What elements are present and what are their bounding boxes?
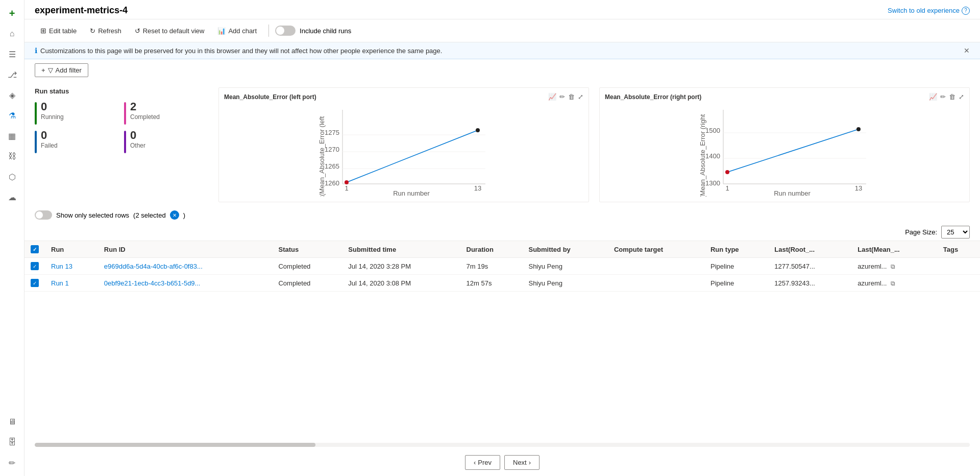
row2-run-id-link[interactable]: 0ebf9e21-1ecb-4cc3-b651-5d9...	[104, 279, 201, 287]
select-all-checkbox[interactable]: ✓	[31, 245, 39, 253]
plus-icon[interactable]: +	[3, 4, 21, 22]
row1-run-type: Pipeline	[704, 258, 768, 275]
svg-text:1: 1	[345, 184, 348, 192]
col-submitted-by[interactable]: Submitted by	[522, 241, 607, 258]
page-size-select[interactable]: 25 50 100	[941, 226, 970, 239]
other-count: 0	[130, 130, 145, 141]
include-child-runs-toggle-container: Include child runs	[275, 26, 351, 36]
cloud-icon[interactable]: ☁	[3, 188, 21, 206]
clear-selection-badge[interactable]: ✕	[170, 210, 179, 220]
svg-line-25	[727, 129, 859, 172]
scrollbar-thumb[interactable]	[35, 443, 315, 447]
include-child-runs-toggle[interactable]	[275, 26, 296, 36]
col-duration[interactable]: Duration	[460, 241, 523, 258]
run1-link[interactable]: Run 1	[51, 279, 69, 287]
other-bar	[124, 131, 126, 153]
col-checkbox: ✓	[24, 241, 45, 258]
edit-icon[interactable]: ✏	[3, 454, 21, 472]
row1-last-mean: azureml... ⧉	[851, 258, 937, 275]
col-last-mean[interactable]: Last(Mean_...	[851, 241, 937, 258]
row2-run-id: 0ebf9e21-1ecb-4cc3-b651-5d9...	[98, 275, 273, 292]
chart-edit-icon[interactable]: ✏	[559, 93, 565, 101]
info-bar: ℹ Customizations to this page will be pr…	[24, 42, 980, 59]
row2-run: Run 1	[45, 275, 98, 292]
pipeline-icon[interactable]: ⛓	[3, 147, 21, 165]
row1-run-id-link[interactable]: e969dd6a-5d4a-40cb-af6c-0f83...	[104, 263, 203, 270]
col-tags[interactable]: Tags	[937, 241, 980, 258]
page-title: experiment-metrics-4	[35, 5, 128, 16]
svg-text:1260: 1260	[325, 179, 339, 187]
row1-last-root: 1277.50547...	[768, 258, 851, 275]
col-status[interactable]: Status	[272, 241, 342, 258]
row2-submitted-time: Jul 14, 2020 3:08 PM	[342, 275, 460, 292]
row2-checkbox[interactable]: ✓	[31, 279, 39, 287]
table-container: ✓ Run Run ID Status Submitted time Durat…	[24, 241, 980, 441]
col-submitted-time[interactable]: Submitted time	[342, 241, 460, 258]
selected-rows-label: Show only selected rows	[56, 211, 129, 219]
status-completed: 2 Completed	[124, 101, 208, 125]
completed-label: Completed	[130, 113, 160, 121]
page-size-label: Page Size:	[905, 228, 937, 236]
horizontal-scrollbar	[24, 441, 980, 449]
add-filter-button[interactable]: + ▽ Add filter	[35, 63, 88, 77]
svg-text:1500: 1500	[705, 127, 720, 134]
running-label: Running	[41, 113, 64, 121]
chart-line-icon[interactable]: 📈	[548, 93, 556, 101]
reset-button[interactable]: ↺ Reset to default view	[129, 24, 210, 38]
next-button[interactable]: Next ›	[504, 455, 540, 470]
row2-copy-icon[interactable]: ⧉	[891, 280, 895, 287]
chart-delete-icon[interactable]: 🗑	[568, 93, 575, 101]
prev-button[interactable]: ‹ Prev	[465, 455, 500, 470]
row1-checkbox[interactable]: ✓	[31, 262, 39, 270]
chart-right-point-2	[856, 127, 861, 131]
row1-checkbox-cell: ✓	[24, 258, 45, 275]
table-icon: ⊞	[40, 27, 46, 35]
row2-checkbox-cell: ✓	[24, 275, 45, 292]
chart-right-edit-icon[interactable]: ✏	[940, 93, 946, 101]
running-count: 0	[41, 101, 64, 112]
chart-right-svg-wrap: x(Mean_Absolute_Error (right 1300 1400 1…	[605, 105, 964, 197]
col-run[interactable]: Run	[45, 241, 98, 258]
experiment-icon[interactable]: ⚗	[3, 106, 21, 125]
home-icon[interactable]: ⌂	[3, 25, 21, 43]
edit-table-button[interactable]: ⊞ Edit table	[35, 23, 82, 38]
col-compute-target[interactable]: Compute target	[608, 241, 704, 258]
chart-icon: 📊	[217, 27, 226, 35]
row2-status: Completed	[272, 275, 342, 292]
chart-right-line-icon[interactable]: 📈	[929, 93, 937, 101]
branch-icon[interactable]: ⎇	[3, 65, 21, 84]
failed-count: 0	[41, 130, 58, 141]
filter-icon: ▽	[48, 66, 53, 74]
selected-rows-toggle[interactable]	[35, 210, 52, 220]
add-chart-button[interactable]: 📊 Add chart	[212, 24, 262, 38]
row1-copy-icon[interactable]: ⧉	[891, 263, 895, 270]
svg-text:1275: 1275	[325, 129, 339, 136]
chart-right-delete-icon[interactable]: 🗑	[949, 93, 955, 101]
dashboard-icon[interactable]: ▦	[3, 127, 21, 145]
chart-right-expand-icon[interactable]: ⤢	[959, 93, 964, 101]
cube-icon[interactable]: ⬡	[3, 168, 21, 186]
chart-right-actions: 📈 ✏ 🗑 ⤢	[929, 93, 964, 101]
other-label: Other	[130, 142, 145, 149]
info-bar-close-icon[interactable]: ✕	[964, 46, 970, 55]
storage-icon[interactable]: 🗄	[3, 433, 21, 451]
svg-text:1300: 1300	[705, 179, 720, 187]
include-child-runs-label: Include child runs	[300, 27, 351, 35]
close-paren: )	[183, 211, 185, 219]
failed-info: 0 Failed	[41, 130, 58, 149]
monitor-icon[interactable]: 🖥	[3, 413, 21, 431]
row2-duration: 12m 57s	[460, 275, 523, 292]
list-icon[interactable]: ☰	[3, 45, 21, 63]
run13-link[interactable]: Run 13	[51, 263, 72, 270]
sidebar: + ⌂ ☰ ⎇ ◈ ⚗ ▦ ⛓ ⬡ ☁ 🖥 🗄 ✏	[0, 0, 24, 476]
col-run-type[interactable]: Run type	[704, 241, 768, 258]
switch-to-old-experience[interactable]: Switch to old experience ?	[888, 7, 970, 15]
other-info: 0 Other	[130, 130, 145, 149]
chart-expand-icon[interactable]: ⤢	[578, 93, 583, 101]
refresh-button[interactable]: ↻ Refresh	[84, 24, 127, 38]
col-last-root[interactable]: Last(Root_...	[768, 241, 851, 258]
selected-toggle-knob	[36, 211, 43, 219]
network-icon[interactable]: ◈	[3, 86, 21, 104]
row2-run-type: Pipeline	[704, 275, 768, 292]
col-run-id[interactable]: Run ID	[98, 241, 273, 258]
